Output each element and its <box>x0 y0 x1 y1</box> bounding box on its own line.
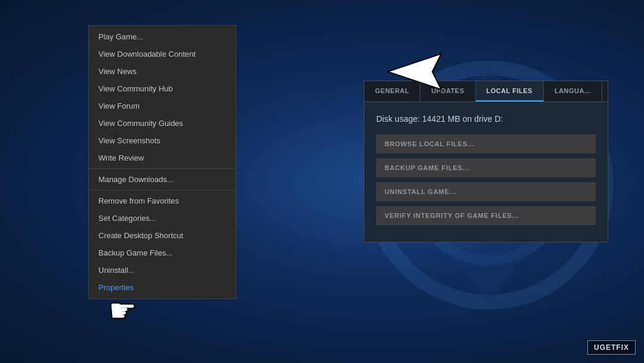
menu-item-view-news[interactable]: View News <box>89 63 236 80</box>
menu-item-backup-files[interactable]: Backup Game Files... <box>89 244 236 262</box>
panel-button-backup-game[interactable]: BACKUP GAME FILES... <box>376 158 596 177</box>
watermark: UGETFIX <box>587 340 636 355</box>
panel-button-verify-integrity[interactable]: VERIFY INTEGRITY OF GAME FILES... <box>376 206 596 225</box>
menu-item-create-shortcut[interactable]: Create Desktop Shortcut <box>89 227 236 244</box>
menu-item-view-forum[interactable]: View Forum <box>89 97 236 115</box>
cursor-hand-icon: ☚ <box>109 293 137 328</box>
menu-item-view-community-hub[interactable]: View Community Hub <box>89 80 236 97</box>
disk-usage-label: Disk usage: 14421 MB on drive D: <box>376 114 596 124</box>
menu-item-view-screenshots[interactable]: View Screenshots <box>89 132 236 149</box>
panel-button-browse-local[interactable]: BROWSE LOCAL FILES... <box>376 134 596 153</box>
menu-separator <box>89 190 236 190</box>
menu-separator <box>89 168 236 169</box>
properties-panel: GENERALUPDATESLOCAL FILESLANGUA... Disk … <box>364 81 608 242</box>
panel-body: Disk usage: 14421 MB on drive D: BROWSE … <box>364 102 608 242</box>
menu-item-set-categories[interactable]: Set Categories... <box>89 210 236 227</box>
cursor-arrow-icon <box>382 51 453 95</box>
menu-item-remove-favorites[interactable]: Remove from Favorites <box>89 192 236 210</box>
context-menu: Play Game...View Downloadable ContentVie… <box>88 25 236 299</box>
menu-item-view-community-guides[interactable]: View Community Guides <box>89 115 236 132</box>
tab-language[interactable]: LANGUA... <box>544 81 602 101</box>
panel-button-uninstall-game[interactable]: UNINSTALL GAME... <box>376 182 596 201</box>
menu-item-uninstall[interactable]: Uninstall... <box>89 262 236 279</box>
menu-item-manage-downloads[interactable]: Manage Downloads... <box>89 171 236 188</box>
menu-item-view-dlc[interactable]: View Downloadable Content <box>89 45 236 63</box>
svg-marker-3 <box>388 54 441 90</box>
menu-item-play-game[interactable]: Play Game... <box>89 28 236 45</box>
menu-item-write-review[interactable]: Write Review <box>89 149 236 167</box>
tab-local-files[interactable]: LOCAL FILES <box>476 81 544 101</box>
